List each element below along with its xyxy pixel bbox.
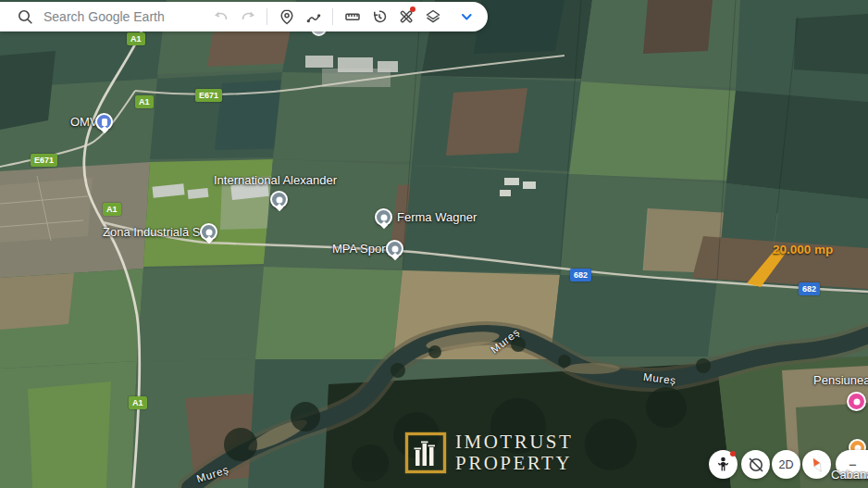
toolbar-collapse-chevron-icon[interactable] [453,5,478,30]
map-label-mpa-sport[interactable]: MPA Sport [332,242,389,256]
pegman-button[interactable] [709,450,738,479]
road-shield-682: 682 [799,282,820,295]
measure-icon[interactable] [340,5,365,30]
redo-icon[interactable] [235,5,260,30]
2d-view-button[interactable]: 2D [772,450,800,479]
compass-needle-button[interactable] [802,450,831,479]
imotrust-watermark: IMOTRUST PROPERTY [404,432,573,474]
imotrust-logo-icon [404,432,447,474]
history-icon[interactable] [366,5,391,30]
lodging-marker-icon[interactable] [847,392,866,411]
road-shield-a1: A1 [127,32,145,45]
search-icon[interactable] [12,5,37,30]
layers-icon[interactable] [420,5,445,30]
road-shield-682: 682 [570,269,591,282]
pegman-notification-dot [730,451,736,457]
search-input[interactable] [42,8,177,25]
projects-icon[interactable] [393,5,418,30]
toolbar-divider [332,8,333,25]
map-label-international-alexander[interactable]: International Alexander [214,173,337,187]
map-label-zona-industriala-sud[interactable]: Zona Industrială Sud [103,225,214,239]
undo-icon[interactable] [208,5,233,30]
google-earth-app: OMV International Alexander Zona Industr… [0,0,868,488]
road-shield-a1: A1 [129,396,147,409]
satellite-map[interactable] [0,0,868,488]
watermark-line2: PROPERTY [455,453,573,474]
add-placemark-icon[interactable] [274,5,299,30]
search-toolbar [0,2,488,31]
pegman-icon [714,456,732,473]
poi-marker-icon[interactable] [375,208,392,226]
2d-label: 2D [779,458,794,471]
road-shield-e671: E671 [195,89,222,102]
compass-reset-button[interactable] [741,450,770,479]
road-shield-e671: E671 [31,154,57,167]
notification-dot [410,6,415,12]
watermark-line1: IMOTRUST [455,432,573,453]
toolbar-divider [267,8,267,25]
compass-needle-icon [808,456,826,474]
map-label-ferma-wagner[interactable]: Ferma Wagner [397,210,477,224]
parcel-area-label: 20.000 mp [773,243,833,257]
map-label-cabana[interactable]: Cabana [831,468,868,482]
add-path-icon[interactable] [301,5,326,30]
fuel-station-marker-icon[interactable] [95,113,113,131]
road-shield-a1: A1 [103,203,121,216]
map-label-pensiunea[interactable]: Pensiunea [813,373,868,387]
road-shield-a1: A1 [135,95,154,108]
poi-marker-icon[interactable] [386,240,403,257]
map-label-omv[interactable]: OMV [70,115,98,129]
poi-marker-icon[interactable] [270,191,288,208]
compass-off-icon [747,456,765,474]
poi-marker-icon[interactable] [200,223,217,241]
